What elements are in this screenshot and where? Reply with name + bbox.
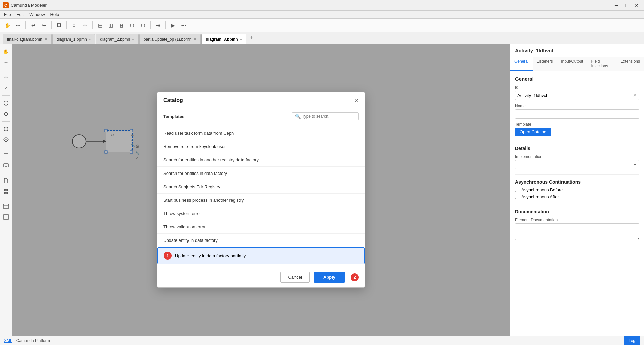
tool-select[interactable]: ⊹ (13, 21, 23, 30)
catalog-close-button[interactable]: × (355, 97, 359, 104)
modal-overlay: Catalog × Templates 🔍 (12, 44, 510, 336)
tool-import[interactable]: 🖼 (54, 21, 64, 30)
tool-distribute-v[interactable]: ⬡ (138, 21, 148, 30)
tab-partialupdate[interactable]: partialUpdate_bp (1).bpmn ✕ (139, 34, 201, 44)
ltool-dataobj[interactable] (1, 176, 11, 185)
ltool-expand[interactable] (1, 212, 11, 222)
ltool-hand[interactable]: ✋ (1, 47, 11, 56)
tab-finalkdiagram[interactable]: finalkdiagram.bpmn ✕ (3, 34, 52, 44)
name-input[interactable] (515, 109, 639, 119)
catalog-item[interactable]: Read user task form data from Ceph (157, 127, 365, 140)
tab-label: diagram_2.bpmn (100, 37, 130, 42)
svg-rect-6 (4, 153, 8, 156)
log-button[interactable]: Log (624, 336, 640, 345)
toolbar-sep-6 (165, 21, 166, 29)
catalog-item[interactable]: Remove role from keycloak user (157, 140, 365, 153)
tab-add-button[interactable]: + (247, 33, 256, 43)
canvas[interactable]: ⚙ ⊕ ○ 🔧 ✕ ⚙ 🔧 ↗ Catalog × (12, 44, 510, 336)
tool-align-right[interactable]: ▦ (117, 21, 126, 30)
ltool-lasso[interactable]: ⊹ (1, 58, 11, 67)
ltool-space[interactable]: ↗ (1, 83, 11, 93)
ltool-task[interactable] (1, 150, 11, 159)
menu-file[interactable]: File (1, 11, 14, 18)
catalog-item[interactable]: Update entity in data factory (157, 234, 365, 247)
implementation-select[interactable] (515, 160, 639, 169)
tab-modified-icon: ● (89, 38, 91, 41)
tab-close-icon2[interactable]: ✕ (193, 37, 196, 41)
window-controls: ─ □ ✕ (612, 2, 641, 9)
tool-more[interactable]: ••• (179, 21, 189, 30)
template-label: Template (515, 122, 639, 127)
ltool-subprocess[interactable] (1, 161, 11, 170)
ltool-sep2 (2, 95, 10, 96)
async-after-checkbox[interactable] (515, 195, 519, 199)
tool-hand[interactable]: ✋ (3, 21, 12, 30)
id-input[interactable]: Activity_1ldhvcl ✕ (515, 91, 639, 100)
search-icon: 🔍 (295, 114, 301, 119)
catalog-search-row: Templates 🔍 (157, 109, 365, 124)
async-before-label: Asynchronous Before (521, 187, 563, 192)
element-documentation-label: Element Documentation (515, 218, 639, 222)
id-clear-icon[interactable]: ✕ (633, 93, 637, 98)
statusbar: XML Camunda Platform Log (0, 336, 644, 345)
tool-redo[interactable]: ↪ (39, 21, 49, 30)
tab-fieldinjections[interactable]: Field Injections (587, 57, 616, 71)
tab-close-icon[interactable]: ✕ (44, 37, 47, 41)
minimize-button[interactable]: ─ (612, 2, 621, 9)
id-label: Id (515, 85, 639, 90)
ltool-event2[interactable] (1, 124, 11, 134)
ltool-gateway2[interactable] (1, 135, 11, 144)
catalog-item[interactable]: Search for entities in another registry … (157, 153, 365, 167)
tool-run[interactable]: ▶ (168, 21, 178, 30)
catalog-apply-button[interactable]: Apply (314, 272, 345, 283)
catalog-item[interactable]: Search Subjects Edr Registry (157, 180, 365, 194)
catalog-title: Catalog (163, 97, 183, 104)
tab-diagram3[interactable]: diagram_3.bpmn ● (201, 34, 246, 44)
xml-label[interactable]: XML (4, 338, 12, 343)
ltool-gateway[interactable] (1, 109, 11, 119)
left-toolbar: ✋ ⊹ ⇔ ↗ (0, 44, 12, 336)
statusbar-left: XML Camunda Platform (4, 338, 50, 343)
catalog-item-selected-row[interactable]: 1Update entity in data factory partially (157, 247, 365, 264)
ltool-connect[interactable]: ⇔ (1, 73, 11, 82)
catalog-item[interactable]: Start business process in another regist… (157, 194, 365, 207)
close-button[interactable]: ✕ (632, 2, 641, 9)
ltool-sep5 (2, 173, 10, 173)
tab-label: partialUpdate_bp (1).bpmn (144, 37, 192, 42)
svg-marker-1 (4, 112, 8, 116)
menu-edit[interactable]: Edit (14, 11, 26, 18)
tool-space[interactable]: ⇔ (80, 21, 90, 30)
element-documentation-textarea[interactable] (515, 223, 639, 240)
tab-inputoutput[interactable]: Input/Output (557, 57, 587, 71)
name-label: Name (515, 104, 639, 108)
tab-diagram2[interactable]: diagram_2.bpmn ● (96, 34, 139, 44)
ltool-datastore[interactable] (1, 187, 11, 196)
ltool-event[interactable] (1, 98, 11, 108)
ltool-pool[interactable] (1, 202, 11, 211)
catalog-item[interactable]: Throw validation error (157, 220, 365, 234)
open-catalog-button[interactable]: Open Catalog (515, 128, 551, 136)
tool-lasso[interactable]: ⊡ (69, 21, 79, 30)
tool-distribute-h[interactable]: ⬡ (127, 21, 137, 30)
menu-help[interactable]: Help (48, 11, 62, 18)
tab-listeners[interactable]: Listeners (533, 57, 557, 71)
catalog-item[interactable]: Throw system error (157, 207, 365, 220)
catalog-cancel-button[interactable]: Cancel (280, 272, 309, 283)
step-1-badge: 1 (164, 252, 172, 260)
menu-window[interactable]: Window (26, 11, 47, 18)
app-title: Camunda Modeler (11, 3, 612, 8)
catalog-search-input[interactable] (302, 114, 356, 119)
tool-align-center[interactable]: ▥ (106, 21, 115, 30)
tab-diagram1[interactable]: diagram_1.bpmn ● (52, 34, 95, 44)
section-divider-3 (515, 204, 639, 204)
catalog-list[interactable]: Read user task form data from CephRemove… (157, 124, 365, 267)
tab-extensions[interactable]: Extensions (616, 57, 644, 71)
async-before-checkbox[interactable] (515, 188, 519, 192)
catalog-item[interactable]: Search for entities in data factory (157, 167, 365, 180)
tool-undo[interactable]: ↩ (29, 21, 38, 30)
implementation-label: Implementation (515, 154, 639, 159)
tool-align-left[interactable]: ▤ (95, 21, 105, 30)
tab-general[interactable]: General (510, 57, 533, 71)
restore-button[interactable]: □ (622, 2, 631, 9)
tool-deploy[interactable]: ⇥ (153, 21, 163, 30)
